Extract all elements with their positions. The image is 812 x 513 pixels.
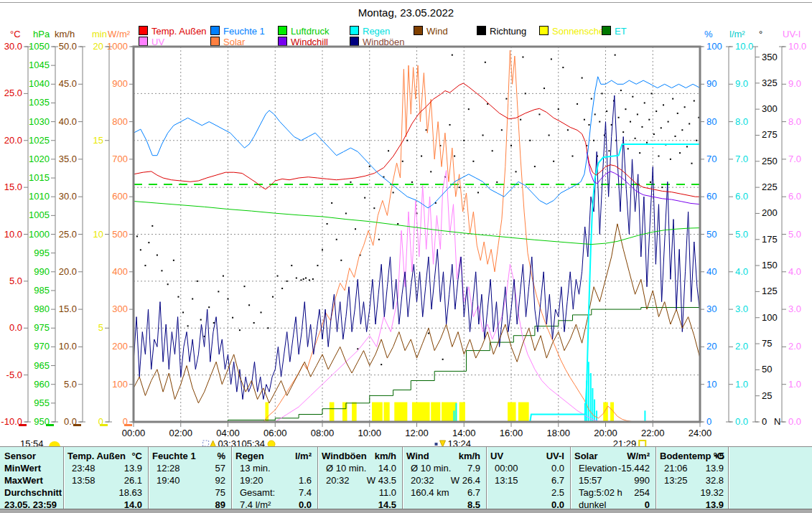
svg-text:2.0: 2.0 xyxy=(735,341,748,352)
sensor-summary-table: SensorMinWertMaxWertDurchschnitt23.05. 2… xyxy=(0,446,812,509)
table-col-header: Feuchte 1 xyxy=(152,451,196,461)
table-cell-value: 19.32 xyxy=(700,487,724,498)
table-cell-time: 19:40 xyxy=(157,475,180,486)
svg-text:15.0: 15.0 xyxy=(4,182,22,192)
svg-text:955: 955 xyxy=(34,397,50,408)
table-cell-value: 0.0 xyxy=(551,463,564,474)
axis-l-m: 10.09.08.07.06.05.04.03.02.01.00.0 xyxy=(726,41,753,427)
svg-text:20.0: 20.0 xyxy=(4,135,22,146)
svg-text:15.0: 15.0 xyxy=(59,303,77,314)
window-bottom-edge xyxy=(0,509,812,513)
table-cell-value: 14.0 xyxy=(378,463,396,474)
svg-text:5.0: 5.0 xyxy=(64,379,77,390)
table-cell-value: 1.6 xyxy=(299,475,312,486)
svg-text:2.0: 2.0 xyxy=(788,341,801,352)
svg-text:50.0: 50.0 xyxy=(59,41,77,52)
svg-text:965: 965 xyxy=(34,360,50,371)
table-col-header: Regen xyxy=(235,451,264,461)
table-cell-time: Ø 10 min. xyxy=(411,463,451,474)
svg-text:1045: 1045 xyxy=(29,60,50,70)
table-col-header: Wind xyxy=(406,451,429,461)
table-col-header: Temp. Außen xyxy=(67,451,126,461)
axis-c: 30.025.020.015.010.05.00.0-5.0-10.0 xyxy=(1,41,31,427)
svg-text:10.0: 10.0 xyxy=(59,341,77,352)
axis-hpa: 1050104510401035103010251020101510101005… xyxy=(29,41,58,427)
table-cell-value: W 43.5 xyxy=(367,475,396,486)
svg-text:16:00: 16:00 xyxy=(500,428,523,438)
svg-text:20:00: 20:00 xyxy=(594,428,617,438)
top-divider-highlight xyxy=(0,3,812,4)
svg-text:4.0: 4.0 xyxy=(735,266,748,277)
table-row-label: MaxWert xyxy=(4,475,43,486)
table-cell-time: Elevation xyxy=(579,463,617,474)
svg-text:600: 600 xyxy=(112,191,128,202)
svg-text:40.0: 40.0 xyxy=(59,116,77,127)
table-col-unit: l/m² xyxy=(295,451,312,461)
svg-text:25.0: 25.0 xyxy=(4,88,22,98)
svg-text:0.0: 0.0 xyxy=(788,416,801,427)
svg-text:7.0: 7.0 xyxy=(788,154,801,164)
table-cell-time: Ø 10 min. xyxy=(326,463,366,474)
svg-text:1020: 1020 xyxy=(29,154,50,164)
svg-text:25: 25 xyxy=(762,390,772,401)
table-col-header: Solar xyxy=(574,451,598,461)
svg-text:1010: 1010 xyxy=(29,191,50,202)
table-cell-value: 75 xyxy=(215,487,225,498)
table-cell-value: 2.5 xyxy=(551,487,564,498)
svg-text:200: 200 xyxy=(112,341,128,352)
svg-text:5: 5 xyxy=(98,322,103,333)
table-cell-time: 13:25 xyxy=(664,475,688,486)
svg-text:100: 100 xyxy=(706,41,722,52)
svg-text:30.0: 30.0 xyxy=(59,191,77,202)
table-separator-highlight xyxy=(403,447,403,509)
svg-text:5.0: 5.0 xyxy=(9,276,22,286)
table-cell-value: 18.63 xyxy=(118,487,142,498)
svg-text:995: 995 xyxy=(34,248,50,258)
table-col-unit: km/h xyxy=(459,451,480,461)
series-regen-rate xyxy=(453,362,645,422)
svg-text:1050: 1050 xyxy=(29,41,50,52)
table-cell-value: 6.7 xyxy=(467,487,480,498)
svg-text:980: 980 xyxy=(34,303,50,314)
table-cell-time: Tag:5:02 h xyxy=(579,487,622,498)
axis-km-h: 50.045.040.035.030.025.020.015.010.05.00… xyxy=(59,41,85,427)
svg-text:80: 80 xyxy=(706,116,717,127)
table-cell-time: 15:57 xyxy=(579,475,602,486)
moonset-time: 13:24 xyxy=(448,438,472,446)
svg-text:30.0: 30.0 xyxy=(4,41,22,52)
svg-text:800: 800 xyxy=(112,116,128,127)
table-cell-value: 990 xyxy=(634,475,650,486)
svg-text:06:00: 06:00 xyxy=(263,428,287,438)
moon-dot-icon xyxy=(435,443,438,446)
svg-text:990: 990 xyxy=(34,266,50,277)
table-cell-time: 13:15 xyxy=(495,475,518,486)
svg-text:20: 20 xyxy=(93,41,103,52)
svg-text:975: 975 xyxy=(34,322,50,333)
svg-text:10.0: 10.0 xyxy=(788,41,806,52)
table-separator-highlight xyxy=(656,447,657,509)
svg-text:6.0: 6.0 xyxy=(735,191,748,202)
svg-text:700: 700 xyxy=(112,154,128,164)
table-separator-highlight xyxy=(232,447,233,509)
svg-text:50: 50 xyxy=(762,364,772,375)
table-cell-time: 20:32 xyxy=(411,475,434,486)
svg-text:175: 175 xyxy=(762,234,778,245)
svg-text:970: 970 xyxy=(34,341,50,352)
table-cell-value: 26.1 xyxy=(124,475,142,486)
svg-text:8.0: 8.0 xyxy=(735,116,748,127)
svg-text:22:00: 22:00 xyxy=(641,428,665,438)
svg-text:960: 960 xyxy=(34,379,50,390)
x-axis: 00:0002:0004:0006:0008:0010:0012:0014:00… xyxy=(122,423,712,438)
svg-text:200: 200 xyxy=(762,207,778,218)
table-cell-value: 7.4 xyxy=(299,487,312,498)
svg-text:1.0: 1.0 xyxy=(788,379,801,390)
table-separator-highlight xyxy=(64,447,65,509)
sun-icon xyxy=(268,441,275,446)
svg-text:325: 325 xyxy=(762,77,778,88)
sun-moon-annotations: 15:5403:3105:3413:2421:29 xyxy=(20,438,645,446)
table-cell-value: 92 xyxy=(215,475,225,486)
axis-w-m: 10009008007006005004003002001000 xyxy=(107,41,136,427)
svg-text:1000: 1000 xyxy=(29,229,50,240)
svg-text:1035: 1035 xyxy=(29,97,50,108)
svg-text:0.0: 0.0 xyxy=(735,416,748,427)
